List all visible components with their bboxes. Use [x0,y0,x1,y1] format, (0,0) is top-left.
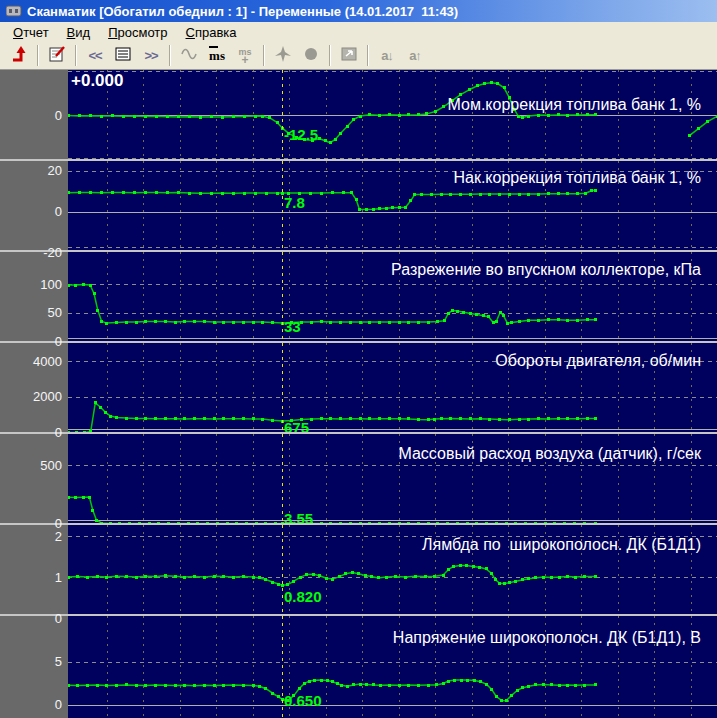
waveform-button[interactable] [175,44,203,68]
record-circle-icon [303,46,319,66]
cursor-value-label: 7.8 [284,194,305,211]
plot-region[interactable]: Напряжение широкополосн. ДК (Б1Д1), В0.6… [68,616,717,718]
cursor-value-label: 3.55 [284,510,313,523]
chart-panel-2: Нак.коррекция топлива банк 1, %7.8 [0,161,717,252]
toolbar-separator [329,45,331,66]
toolbar: <<>>msms+a↓a↑ [0,42,717,70]
app-icon [6,4,22,18]
chart-title: Лямбда по широкополосн. ДК (Б1Д1) [422,536,701,554]
channel-list-button[interactable] [109,44,137,68]
panels-container: Мом.коррекция топлива банк 1, %-12.5+0.0… [0,70,717,718]
font-up-button[interactable]: a↑ [401,44,429,68]
chart-panel-5: Массовый расход воздуха (датчик), г/сек3… [0,434,717,525]
ms-label: ms [209,48,225,64]
time-cursor[interactable] [282,70,283,718]
marker-button[interactable] [269,44,297,68]
menu-item-4[interactable]: Справка [177,23,246,42]
chart-panel-4: Обороты двигателя, об/мин675 [0,343,717,434]
plane-icon [274,45,292,67]
plot-region[interactable]: Обороты двигателя, об/мин675 [68,343,717,432]
chart-title: Мом.коррекция топлива банк 1, % [448,96,701,114]
menubar: ОтчетВидПросмотрСправка [0,22,717,42]
notepad-pencil-icon [48,45,66,67]
chart-title: Разрежение во впускном коллекторе, кПа [391,261,701,279]
font-down-button[interactable]: a↓ [373,44,401,68]
sine-wave-icon [180,46,198,66]
font-down-glyph: a↓ [381,48,393,63]
time-offset-label: +0.000 [71,71,123,91]
plot-region[interactable]: Мом.коррекция топлива банк 1, %-12.5+0.0… [68,70,717,159]
ms-scale-button[interactable]: ms [203,44,231,68]
return-arrow-icon [10,45,28,67]
plot-region[interactable]: Лямбда по широкополосн. ДК (Б1Д1)0.820 [68,525,717,614]
chart-title: Напряжение широкополосн. ДК (Б1Д1), В [393,629,701,647]
resize-icon [340,46,358,66]
plot-region[interactable]: Разрежение во впускном коллекторе, кПа33 [68,252,717,341]
list-icon [114,46,132,66]
cursor-value-label: 33 [284,318,301,335]
chart-panel-7: Напряжение широкополосн. ДК (Б1Д1), В0.6… [0,616,717,718]
menu-item-2[interactable]: Вид [58,23,100,42]
chart-title: Обороты двигателя, об/мин [495,352,701,370]
plot-region[interactable]: Нак.коррекция топлива банк 1, %7.8 [68,161,717,250]
titlebar: Сканматик [Обогатил обеднил : 1] - Перем… [0,0,717,22]
menu-item-3[interactable]: Просмотр [99,23,176,42]
app-window: Сканматик [Обогатил обеднил : 1] - Перем… [0,0,717,718]
toolbar-separator [37,45,39,66]
report-button[interactable] [5,44,33,68]
fullscreen-button[interactable] [335,44,363,68]
cursor-value-label: -12.5 [284,126,318,143]
plot-region[interactable]: Массовый расход воздуха (датчик), г/сек3… [68,434,717,523]
chart-panel-6: Лямбда по широкополосн. ДК (Б1Д1)0.820 [0,525,717,616]
ms-plus-button[interactable]: ms+ [231,44,259,68]
prev-page-button[interactable]: << [81,44,109,68]
prev-page-glyph: << [88,48,101,63]
toolbar-separator [263,45,265,66]
ms-plus-label: ms+ [238,48,251,64]
edit-note-button[interactable] [43,44,71,68]
cursor-value-label: 0.820 [284,588,322,605]
toolbar-separator [367,45,369,66]
font-up-glyph: a↑ [409,48,421,63]
cursor-value-label: 675 [284,419,309,432]
menu-item-1[interactable]: Отчет [4,23,58,42]
next-page-glyph: >> [144,48,157,63]
toolbar-separator [169,45,171,66]
chart-panel-1: Мом.коррекция топлива банк 1, %-12.5+0.0… [0,70,717,161]
cursor-value-label: 0.650 [284,692,322,709]
chart-panel-3: Разрежение во впускном коллекторе, кПа33 [0,252,717,343]
chart-title: Нак.коррекция топлива банк 1, % [453,169,701,187]
next-page-button[interactable]: >> [137,44,165,68]
chart-title: Массовый расход воздуха (датчик), г/сек [398,445,701,463]
record-button[interactable] [297,44,325,68]
chart-area: Мом.коррекция топлива банк 1, %-12.5+0.0… [0,70,717,718]
toolbar-separator [75,45,77,66]
window-title: Сканматик [Обогатил обеднил : 1] - Перем… [27,4,458,19]
